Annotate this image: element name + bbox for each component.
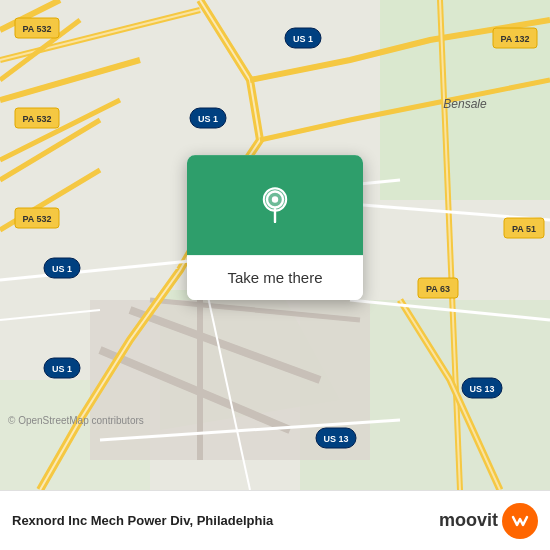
moovit-text: moovit: [439, 510, 498, 531]
svg-text:PA 132: PA 132: [500, 34, 529, 44]
take-me-there-button[interactable]: Take me there: [187, 255, 363, 300]
svg-text:US 1: US 1: [52, 264, 72, 274]
bottom-bar: Rexnord Inc Mech Power Div, Philadelphia…: [0, 490, 550, 550]
svg-text:PA 532: PA 532: [22, 214, 51, 224]
popup-map-bg: [187, 155, 363, 255]
svg-text:US 13: US 13: [323, 434, 348, 444]
svg-text:PA 532: PA 532: [22, 114, 51, 124]
svg-text:PA 63: PA 63: [426, 284, 450, 294]
location-pin-icon: [255, 185, 295, 225]
svg-text:US 1: US 1: [198, 114, 218, 124]
popup-card: Take me there: [187, 155, 363, 300]
osm-credit: © OpenStreetMap contributors: [8, 415, 144, 426]
svg-text:US 1: US 1: [293, 34, 313, 44]
svg-text:US 13: US 13: [469, 384, 494, 394]
location-title: Rexnord Inc Mech Power Div, Philadelphia: [12, 513, 273, 528]
svg-text:PA 532: PA 532: [22, 24, 51, 34]
moovit-icon: [502, 503, 538, 539]
svg-text:Bensale: Bensale: [443, 97, 487, 111]
moovit-logo: moovit: [439, 503, 538, 539]
bottom-location-info: Rexnord Inc Mech Power Div, Philadelphia: [12, 513, 273, 528]
svg-text:US 1: US 1: [52, 364, 72, 374]
svg-point-51: [272, 196, 278, 202]
map-container: PA 532 PA 532 PA 532 US 1 US 1 US 1 US 1…: [0, 0, 550, 490]
svg-text:PA 51: PA 51: [512, 224, 536, 234]
